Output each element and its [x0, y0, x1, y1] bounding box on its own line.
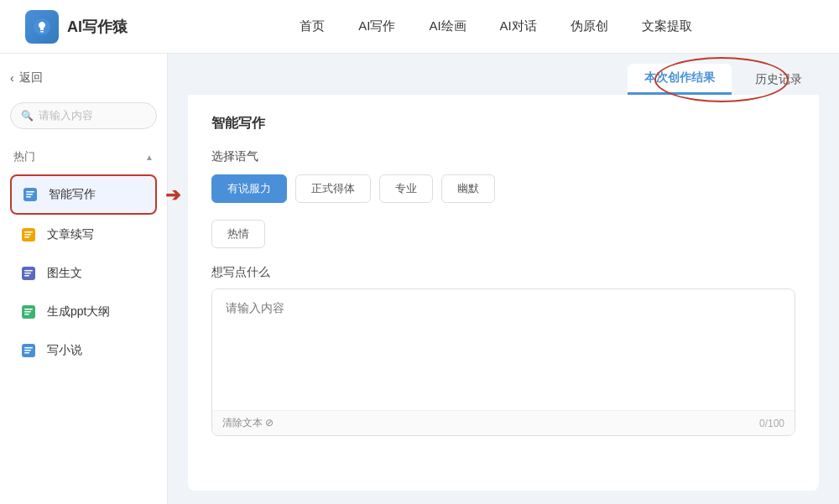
sidebar-item-smart-write[interactable]: 智能写作 [10, 174, 157, 215]
tone-formal[interactable]: 正式得体 [295, 174, 371, 203]
ppt-outline-label: 生成ppt大纲 [47, 304, 110, 320]
search-icon: 🔍 [21, 110, 34, 122]
top-nav: AI写作猿 首页 AI写作 AI绘画 AI对话 伪原创 文案提取 [0, 0, 839, 54]
nav-home[interactable]: 首页 [300, 15, 325, 38]
write-textarea[interactable] [212, 289, 795, 407]
search-box[interactable]: 🔍 请输入内容 [10, 102, 157, 129]
clear-text-button[interactable]: 清除文本 ⊘ [222, 416, 274, 430]
svg-rect-13 [24, 275, 29, 277]
svg-rect-21 [24, 352, 29, 354]
hot-section-header: 热门 ▲ [10, 146, 157, 171]
image-to-text-icon [18, 263, 39, 283]
nav-pseudo[interactable]: 伪原创 [571, 15, 608, 38]
tone-passionate[interactable]: 热情 [211, 220, 265, 248]
tab-current-result[interactable]: 本次创作结果 [628, 64, 732, 95]
content-panel: 智能写作 选择语气 有说服力 正式得体 专业 幽默 热情 想写点什么 清除文本 … [188, 95, 819, 491]
sidebar-item-write-novel[interactable]: 写小说 [10, 332, 157, 369]
sidebar-item-ppt-outline[interactable]: 生成ppt大纲 [10, 294, 157, 330]
sidebar-item-image-to-text[interactable]: 图生文 [10, 255, 157, 292]
svg-rect-12 [24, 273, 31, 274]
logo-area: AI写作猿 [25, 10, 128, 44]
svg-rect-3 [26, 191, 34, 193]
write-label: 想写点什么 [211, 265, 795, 280]
svg-rect-9 [24, 236, 29, 238]
tone-persuasive[interactable]: 有说服力 [211, 174, 287, 203]
smart-write-icon [20, 184, 40, 205]
svg-rect-19 [24, 347, 33, 349]
svg-rect-4 [26, 194, 33, 195]
article-continue-label: 文章续写 [47, 227, 94, 242]
article-continue-icon [18, 225, 39, 245]
svg-rect-15 [24, 309, 33, 310]
nav-ai-chat[interactable]: AI对话 [500, 15, 537, 38]
app-logo-icon [25, 10, 59, 44]
write-novel-icon [18, 340, 39, 361]
tone-section-label: 选择语气 [211, 149, 795, 164]
tabs-bar: 本次创作结果 历史记录 [168, 54, 839, 95]
ppt-outline-icon [18, 302, 39, 322]
svg-rect-7 [24, 231, 33, 233]
svg-rect-1 [40, 31, 44, 33]
main-content: 本次创作结果 历史记录 智能写作 选择语气 有说服力 正式得体 专业 幽默 热情… [168, 54, 839, 504]
tone-buttons-row2: 热情 [211, 220, 795, 248]
sidebar-item-article-continue[interactable]: 文章续写 [10, 216, 157, 253]
body-layout: ‹ 返回 🔍 请输入内容 热门 ▲ 智能写作 [0, 54, 839, 504]
back-label: 返回 [19, 70, 43, 86]
char-count: 0/100 [759, 418, 784, 429]
nav-ai-draw[interactable]: AI绘画 [429, 15, 466, 38]
tone-humorous[interactable]: 幽默 [441, 174, 495, 203]
panel-title: 智能写作 [211, 115, 795, 132]
nav-items: 首页 AI写作 AI绘画 AI对话 伪原创 文案提取 [178, 15, 814, 38]
back-button[interactable]: ‹ 返回 [10, 67, 157, 89]
sidebar: ‹ 返回 🔍 请输入内容 热门 ▲ 智能写作 [0, 54, 168, 504]
textarea-wrapper: 清除文本 ⊘ 0/100 [211, 288, 795, 436]
svg-rect-20 [24, 350, 31, 351]
nav-ai-write[interactable]: AI写作 [358, 15, 395, 38]
smart-write-label: 智能写作 [49, 187, 96, 202]
svg-rect-8 [24, 234, 31, 236]
search-placeholder: 请输入内容 [39, 108, 93, 123]
write-novel-label: 写小说 [47, 343, 82, 358]
app-name: AI写作猿 [67, 17, 128, 37]
tone-buttons: 有说服力 正式得体 专业 幽默 [211, 174, 795, 203]
tab-history[interactable]: 历史记录 [738, 65, 819, 94]
textarea-footer: 清除文本 ⊘ 0/100 [212, 410, 795, 435]
svg-rect-16 [24, 311, 31, 313]
tone-professional[interactable]: 专业 [379, 174, 433, 203]
svg-rect-17 [24, 314, 29, 315]
svg-rect-11 [24, 270, 33, 272]
nav-extract[interactable]: 文案提取 [642, 15, 692, 38]
back-chevron-icon: ‹ [10, 71, 14, 85]
svg-rect-5 [26, 196, 31, 198]
image-to-text-label: 图生文 [47, 266, 82, 281]
section-title: 热门 [13, 149, 35, 164]
chevron-up-icon: ▲ [145, 153, 154, 162]
